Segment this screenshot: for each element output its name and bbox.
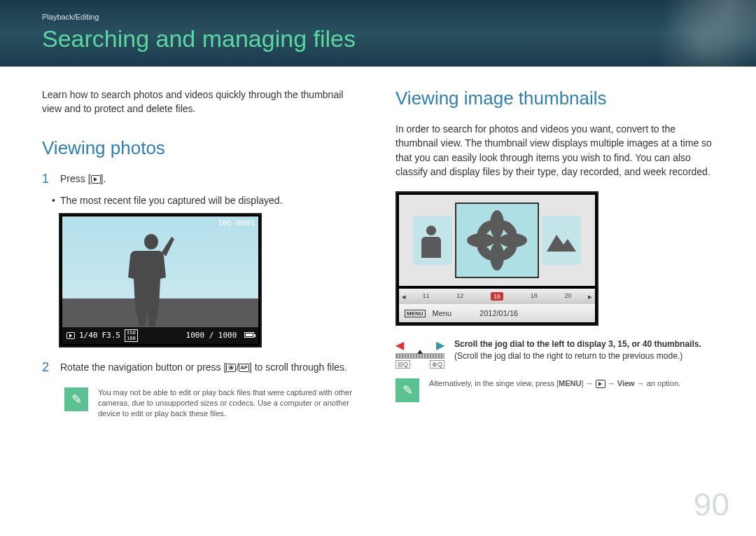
person-silhouette-icon [127,230,176,328]
pen-icon: ✎ [396,378,419,402]
step-number: 2 [42,360,52,375]
zoom-in-icon: ⊕Q [430,360,444,369]
frame-counter: 1000 / 1000 [186,331,237,340]
shutter-speed: 1/40 [79,331,98,340]
aperture: F3.5 [102,331,121,340]
macro-icon: ❀ [226,364,236,372]
note-text: You may not be able to edit or play back… [98,387,354,420]
step-text: Rotate the navigation button or press [❀… [60,360,347,374]
right-column: Viewing image thumbnails In order to sea… [396,88,721,424]
intro-text: Learn how to search photos and videos qu… [42,88,350,116]
timeline-dates: 11 12 16 18 20 [409,292,585,301]
step-1-bullet: The most recent file you captured will b… [42,195,368,206]
file-number: 100-0001 [218,219,255,228]
menu-button-icon: MENU [405,310,426,317]
step-2: 2 Rotate the navigation button or press … [42,360,368,375]
pen-icon: ✎ [64,387,88,411]
menu-label: Menu [433,309,452,317]
page-title: Searching and managing files [42,25,756,53]
menu-date: 2012/01/16 [479,309,518,317]
thumbnail-prev [413,216,452,265]
zoom-out-icon: ⊟Q [396,360,410,369]
iso-label: ISO100 [125,329,138,342]
jog-dial-text: Scroll the jog dial to the left to displ… [454,338,701,362]
jog-dial-tip: ◀▶ ⊟Q⊕Q Scroll the jog dial to the left … [396,338,721,369]
breadcrumb: Playback/Editing [42,13,756,21]
thumbnail-current [455,202,539,278]
alt-note-text: Alternatively, in the singe view, press … [429,378,680,389]
page-number: 90 [694,486,729,523]
thumbnail-next [542,216,581,265]
lcd-preview-thumbnails: ◂ 11 12 16 18 20 ▸ MENU Menu 2012/01/16 [396,191,598,326]
section-viewing-thumbnails: Viewing image thumbnails [396,88,721,109]
lcd-preview-single: 100-0001 1/40 F3.5 ISO100 1000 / 1000 [59,213,262,348]
page-header: Playback/Editing Searching and managing … [0,0,756,67]
left-column: Learn how to search photos and videos qu… [42,88,368,424]
right-intro: In order to search for photos and videos… [396,122,718,179]
note-box: ✎ You may not be able to edit or play ba… [59,383,360,424]
section-viewing-photos: Viewing photos [42,137,368,159]
step-number: 1 [42,172,52,186]
battery-icon [244,332,254,338]
alternative-note: ✎ Alternatively, in the singe view, pres… [396,378,721,402]
jog-dial-icon: ◀▶ ⊟Q⊕Q [396,338,444,369]
lcd-info-bar: 1/40 F3.5 ISO100 1000 / 1000 [62,327,258,344]
arrow-right-icon: ▶ [436,338,444,352]
lcd-menu-bar: MENU Menu 2012/01/16 [399,304,595,322]
play-icon [66,332,75,339]
step-1: 1 Press []. [42,172,368,186]
timeline-bar: ◂ 11 12 16 18 20 ▸ [399,289,595,304]
arrow-left-icon: ◀ [396,338,404,352]
step-text: Press []. [60,172,106,186]
playback-settings-icon [596,380,606,388]
playback-icon [91,175,101,184]
chevron-left-icon[interactable]: ◂ [399,292,409,301]
chevron-right-icon[interactable]: ▸ [585,292,595,301]
af-icon: AF [239,364,249,372]
